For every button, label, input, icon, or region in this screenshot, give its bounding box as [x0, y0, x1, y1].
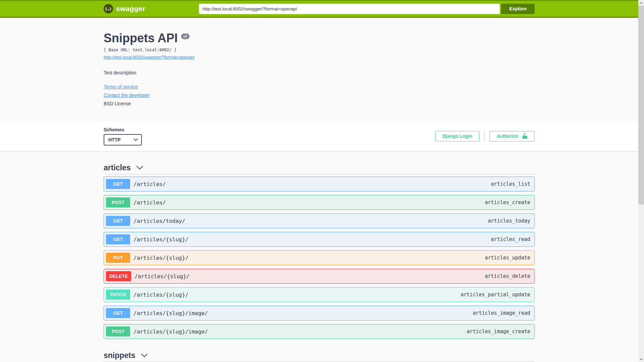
terms-of-service-link[interactable]: Terms of service [104, 84, 138, 89]
scheme-container: Schemes HTTP Django Login Authorize [0, 121, 638, 151]
schemes-selected-value: HTTP [108, 137, 121, 142]
method-badge: GET [106, 179, 130, 189]
operation-path: /articles/ [133, 199, 166, 206]
contact-developer-link[interactable]: Contact the developer [104, 93, 150, 98]
authorize-button[interactable]: Authorize [489, 131, 535, 141]
title-row: Snippets APIv1 [104, 31, 535, 45]
operation-row[interactable]: GET/articles/{slug}/articles_read [104, 232, 535, 247]
method-badge: POST [106, 326, 130, 337]
topbar: {…} swagger Explore [0, 0, 638, 18]
swagger-page: {…} swagger Explore Snippets APIv1 [ Bas… [0, 0, 638, 362]
method-badge: GET [106, 216, 130, 226]
spec-link[interactable]: http://test.local:8002/swagger/?format=o… [104, 55, 195, 60]
django-login-label: Django Login [442, 133, 472, 139]
operation-path: /articles/{slug}/image/ [133, 328, 208, 335]
method-badge: POST [106, 197, 130, 207]
schemes-select[interactable]: HTTP [104, 134, 142, 145]
explore-button[interactable]: Explore [501, 4, 535, 14]
spec-url-input[interactable] [199, 4, 500, 14]
operation-id: articles_image_create [467, 328, 530, 335]
brand-title: swagger [116, 5, 145, 13]
unlocked-padlock-icon [522, 133, 528, 139]
operations-list: articlesGET/articles/articles_listPOST/a… [104, 163, 535, 362]
base-url: [ Base URL: test.local:8002/ ] [104, 48, 535, 52]
page-title: Snippets API [104, 31, 178, 45]
auth-divider [484, 131, 485, 141]
scrollbar-thumb[interactable] [638, 6, 644, 204]
operation-id: articles_update [485, 255, 530, 261]
operation-path: /articles/{slug}/image/ [133, 310, 208, 316]
chevron-down-icon [141, 353, 148, 357]
operation-id: articles_partial_update [461, 292, 530, 298]
method-badge: PATCH [106, 290, 130, 300]
operation-row[interactable]: GET/articles/articles_list [104, 177, 535, 191]
operation-id: articles_create [485, 199, 530, 205]
operation-path: /articles/ [133, 181, 166, 187]
section-title: articles [104, 163, 131, 172]
auth-wrapper: Django Login Authorize [435, 131, 535, 141]
section-header-articles[interactable]: articles [104, 163, 535, 173]
vertical-scrollbar[interactable] [638, 0, 644, 362]
license-text: BSD License [104, 101, 535, 106]
operation-id: articles_image_read [473, 310, 530, 316]
info-section: Snippets APIv1 [ Base URL: test.local:80… [0, 18, 638, 121]
scroll-up-arrow-icon[interactable] [638, 0, 644, 6]
schemes-label: Schemes [104, 127, 142, 132]
operation-row[interactable]: PUT/articles/{slug}/articles_update [104, 250, 535, 265]
method-badge: PUT [106, 253, 130, 263]
operation-path: /articles/today/ [133, 218, 185, 224]
swagger-logo-icon: {…} [104, 4, 113, 13]
method-badge: DELETE [106, 271, 131, 281]
django-login-button[interactable]: Django Login [435, 131, 479, 141]
schemes-block: Schemes HTTP [104, 127, 142, 145]
chevron-down-icon [133, 138, 138, 141]
api-description: Test description [104, 70, 535, 75]
operation-id: articles_read [491, 236, 530, 242]
operation-row[interactable]: GET/articles/{slug}/image/articles_image… [104, 306, 535, 320]
operation-row[interactable]: DELETE/articles/{slug}/articles_delete [104, 269, 535, 284]
method-badge: GET [106, 308, 130, 318]
operation-path: /articles/{slug}/ [133, 236, 189, 243]
operation-row[interactable]: POST/articles/{slug}/image/articles_imag… [104, 324, 535, 339]
scroll-down-arrow-icon[interactable] [638, 356, 644, 362]
operation-id: articles_list [491, 181, 530, 187]
operation-path: /articles/{slug}/ [133, 292, 189, 298]
chevron-down-icon [136, 166, 143, 170]
version-badge: v1 [181, 34, 190, 39]
method-badge: GET [106, 234, 130, 244]
operation-path: /articles/{slug}/ [133, 255, 189, 261]
operation-id: articles_delete [485, 273, 530, 279]
section-title: snippets [104, 351, 136, 360]
operation-id: articles_today [488, 218, 530, 224]
section-articles: articlesGET/articles/articles_listPOST/a… [104, 163, 535, 339]
section-snippets: snippetsGET/snippets/snippets_list [104, 350, 535, 362]
operation-path: /articles/{slug}/ [135, 273, 190, 280]
operation-row[interactable]: PATCH/articles/{slug}/articles_partial_u… [104, 287, 535, 302]
section-header-snippets[interactable]: snippets [104, 350, 535, 360]
operation-row[interactable]: GET/articles/today/articles_today [104, 214, 535, 228]
section-divider [104, 174, 535, 174]
authorize-label: Authorize [496, 133, 518, 139]
operation-row[interactable]: POST/articles/articles_create [104, 195, 535, 210]
